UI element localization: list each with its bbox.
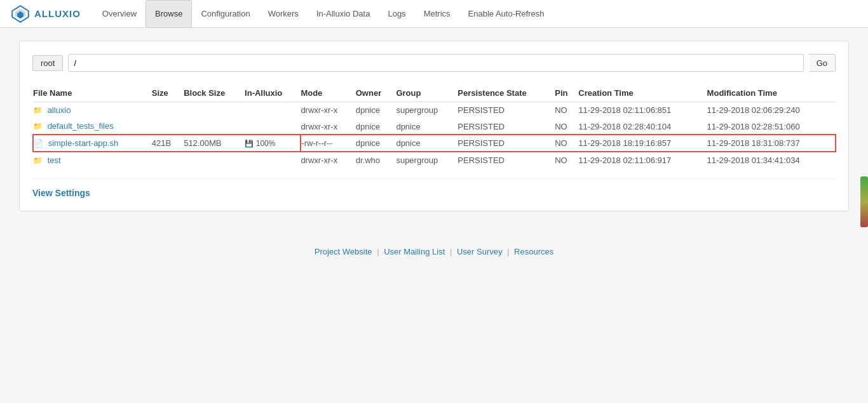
cell-filename: 📁 test [33, 152, 152, 168]
file-link-test[interactable]: test [48, 155, 61, 165]
path-bar: root Go [32, 54, 836, 72]
footer-link-project-website[interactable]: Project Website [315, 247, 372, 256]
footer: Project Website | User Mailing List | Us… [0, 237, 868, 267]
cell-creation: 11-29-2018 02:11:06:851 [578, 102, 707, 119]
nav-item-inalluxiodata[interactable]: In-Alluxio Data [308, 0, 379, 28]
nav-item-configuration[interactable]: Configuration [192, 0, 259, 28]
navbar: ALLUXIO Overview Browse Configuration Wo… [0, 0, 868, 28]
cell-persistence: PERSISTED [458, 102, 555, 119]
cell-blocksize [184, 152, 245, 168]
col-owner: Owner [356, 84, 397, 102]
cell-inalluxio [245, 118, 301, 135]
separator-3: | [507, 247, 509, 256]
cell-blocksize: 512.00MB [184, 135, 245, 152]
cell-mode: drwxr-xr-x [301, 152, 355, 168]
nav-item-autorefresh[interactable]: Enable Auto-Refresh [459, 0, 553, 28]
cell-inalluxio: 💾 100% [245, 135, 301, 152]
col-filename: File Name [33, 84, 152, 102]
cell-modification: 11-29-2018 02:06:29:240 [707, 102, 836, 119]
cell-persistence: PERSISTED [458, 152, 555, 168]
footer-link-resources[interactable]: Resources [514, 247, 553, 256]
table-row-highlighted: 📄 simple-start-app.sh 421B 512.00MB 💾 10… [33, 135, 836, 152]
go-button[interactable]: Go [809, 54, 836, 72]
col-blocksize: Block Size [184, 84, 245, 102]
cell-group: supergroup [396, 102, 458, 119]
nav-item-overview[interactable]: Overview [93, 0, 146, 28]
cell-inalluxio [245, 152, 301, 168]
table-body: 📁 alluxio drwxr-xr-x dpnice supergroup P… [33, 102, 836, 169]
folder-icon: 📁 [33, 106, 43, 115]
col-size: Size [152, 84, 184, 102]
col-modification: Modification Time [707, 84, 836, 102]
folder-icon: 📁 [33, 156, 43, 165]
separator-2: | [450, 247, 452, 256]
cell-size [152, 102, 184, 119]
table-row: 📁 default_tests_files drwxr-xr-x dpnice … [33, 118, 836, 135]
nav-item-logs[interactable]: Logs [379, 0, 414, 28]
alluxio-logo-icon [10, 4, 31, 24]
root-button[interactable]: root [32, 55, 63, 71]
cell-modification: 11-29-2018 01:34:41:034 [707, 152, 836, 168]
file-table: File Name Size Block Size In-Alluxio Mod… [32, 84, 836, 168]
col-inalluxio: In-Alluxio [245, 84, 301, 102]
cell-owner: dpnice [356, 102, 397, 119]
table-row: 📁 alluxio drwxr-xr-x dpnice supergroup P… [33, 102, 836, 119]
file-icon: 📄 [34, 139, 43, 148]
col-group: Group [396, 84, 458, 102]
cell-mode: -rw-r--r-- [301, 135, 355, 152]
cell-pin: NO [555, 152, 578, 168]
cell-modification: 11-29-2018 18:31:08:737 [707, 135, 836, 152]
table-row: 📁 test drwxr-xr-x dr.who supergroup PERS… [33, 152, 836, 168]
cell-creation: 11-29-2018 02:11:06:917 [578, 152, 707, 168]
cell-pin: NO [555, 118, 578, 135]
brand: ALLUXIO [10, 4, 81, 24]
cell-inalluxio [245, 102, 301, 119]
scrollbar[interactable] [860, 176, 868, 227]
path-input[interactable] [68, 54, 803, 72]
file-link-simple-start[interactable]: simple-start-app.sh [48, 138, 119, 148]
col-persistence: Persistence State [458, 84, 555, 102]
cell-modification: 11-29-2018 02:28:51:060 [707, 118, 836, 135]
cell-creation: 11-29-2018 02:28:40:104 [578, 118, 707, 135]
cell-owner: dr.who [356, 152, 397, 168]
nav-item-browse[interactable]: Browse [146, 0, 192, 28]
folder-icon: 📁 [33, 122, 43, 131]
cell-persistence: PERSISTED [458, 118, 555, 135]
col-pin: Pin [555, 84, 578, 102]
browse-card: root Go File Name Size Block Size In-All… [19, 41, 849, 211]
cell-filename: 📄 simple-start-app.sh [33, 135, 152, 152]
cell-filename: 📁 default_tests_files [33, 118, 152, 135]
nav-item-workers[interactable]: Workers [259, 0, 308, 28]
cell-blocksize [184, 118, 245, 135]
file-link-default-tests-files[interactable]: default_tests_files [48, 121, 114, 131]
cell-mode: drwxr-xr-x [301, 102, 355, 119]
nav-item-metrics[interactable]: Metrics [415, 0, 459, 28]
cell-owner: dpnice [356, 118, 397, 135]
cell-filename: 📁 alluxio [33, 102, 152, 119]
main-content: root Go File Name Size Block Size In-All… [0, 28, 868, 237]
cell-group: supergroup [396, 152, 458, 168]
separator-1: | [377, 247, 379, 256]
nav-links: Overview Browse Configuration Workers In… [93, 0, 553, 27]
footer-link-user-mailing-list[interactable]: User Mailing List [384, 247, 445, 256]
cell-blocksize [184, 102, 245, 119]
brand-label: ALLUXIO [34, 8, 81, 19]
table-header: File Name Size Block Size In-Alluxio Mod… [33, 84, 836, 102]
cell-group: dpnice [396, 118, 458, 135]
cell-pin: NO [555, 102, 578, 119]
cell-mode: drwxr-xr-x [301, 118, 355, 135]
inalluxio-percent: 100% [256, 139, 276, 148]
cell-size [152, 152, 184, 168]
cell-creation: 11-29-2018 18:19:16:857 [578, 135, 707, 152]
col-mode: Mode [301, 84, 355, 102]
cell-size: 421B [152, 135, 184, 152]
cell-group: dpnice [396, 135, 458, 152]
cell-pin: NO [555, 135, 578, 152]
view-settings-link[interactable]: View Settings [32, 188, 90, 198]
file-link-alluxio[interactable]: alluxio [48, 105, 71, 115]
cell-owner: dpnice [356, 135, 397, 152]
cell-size [152, 118, 184, 135]
hdd-icon: 💾 [245, 140, 254, 147]
footer-link-user-survey[interactable]: User Survey [457, 247, 503, 256]
cell-persistence: PERSISTED [458, 135, 555, 152]
